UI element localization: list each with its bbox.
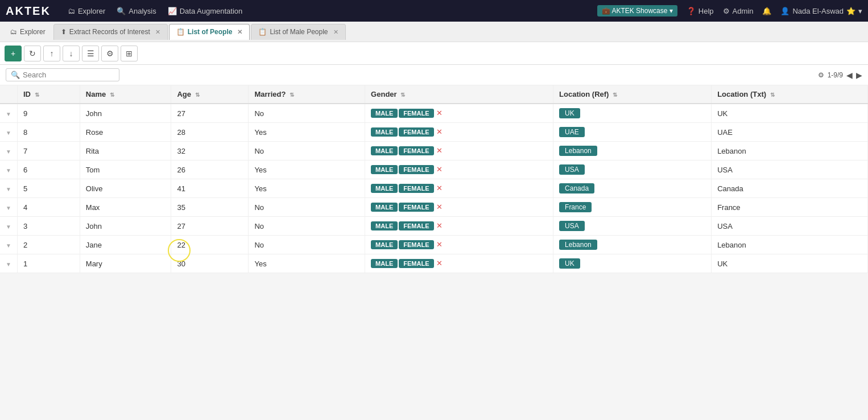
tab-list-of-people[interactable]: 📋 List of People ✕ xyxy=(169,24,250,40)
gender-badge-female[interactable]: FEMALE xyxy=(399,203,433,212)
cell-name: Max xyxy=(80,198,171,217)
upload-button[interactable]: ↑ xyxy=(43,46,60,61)
gender-badge-male[interactable]: MALE xyxy=(371,184,398,193)
cell-location-txt: UK xyxy=(712,104,868,123)
col-id-sort: ⇅ xyxy=(35,92,39,98)
col-age[interactable]: Age ⇅ xyxy=(171,85,249,104)
tab-male-icon: 📋 xyxy=(258,28,267,36)
admin-button[interactable]: ⚙ Admin xyxy=(723,7,754,15)
gender-badge-male[interactable]: MALE xyxy=(371,127,398,137)
prev-page-button[interactable]: ◀ xyxy=(846,71,853,80)
nav-analysis[interactable]: 🔍 Analysis xyxy=(117,7,156,15)
gender-remove[interactable]: ✕ xyxy=(436,203,443,211)
gender-badge-male[interactable]: MALE xyxy=(371,165,398,174)
cell-age: 30 xyxy=(171,254,249,273)
gender-remove[interactable]: ✕ xyxy=(436,184,443,192)
gender-badge-male[interactable]: MALE xyxy=(371,221,398,230)
cell-married: No xyxy=(249,236,365,254)
col-name[interactable]: Name ⇅ xyxy=(80,85,171,104)
tab-extract-close[interactable]: ✕ xyxy=(155,28,160,36)
cell-gender: MALEFEMALE✕ xyxy=(365,179,553,198)
col-location-txt[interactable]: Location (Txt) ⇅ xyxy=(712,85,868,104)
gender-remove[interactable]: ✕ xyxy=(436,221,443,230)
location-ref-badge[interactable]: UK xyxy=(559,108,580,118)
col-id[interactable]: ID ⇅ xyxy=(17,85,80,104)
gender-remove[interactable]: ✕ xyxy=(436,127,443,136)
row-expand[interactable]: ▼ xyxy=(0,236,17,254)
location-ref-badge[interactable]: UK xyxy=(559,258,580,269)
row-expand[interactable]: ▼ xyxy=(0,160,17,179)
row-expand[interactable]: ▼ xyxy=(0,217,17,236)
grid-button[interactable]: ⊞ xyxy=(121,46,138,61)
help-button[interactable]: ❓ Help xyxy=(687,7,714,15)
col-age-label: Age xyxy=(177,90,191,98)
gender-badge-male[interactable]: MALE xyxy=(371,240,398,249)
gender-remove[interactable]: ✕ xyxy=(436,240,443,249)
search-input[interactable] xyxy=(23,71,114,79)
refresh-button[interactable]: ↻ xyxy=(24,46,41,61)
gender-badge-male[interactable]: MALE xyxy=(371,259,398,268)
brand-label: AKTEK Showcase xyxy=(611,7,667,15)
location-ref-badge[interactable]: France xyxy=(559,202,592,212)
next-page-button[interactable]: ▶ xyxy=(856,71,862,80)
cell-name: Rose xyxy=(80,123,171,142)
gender-badge-male[interactable]: MALE xyxy=(371,146,398,155)
download-button[interactable]: ↓ xyxy=(63,46,80,61)
filter-button[interactable]: ⚙ xyxy=(101,46,118,61)
tab-male-people[interactable]: 📋 List of Male People ✕ xyxy=(251,24,345,40)
location-ref-badge[interactable]: UAE xyxy=(559,127,585,137)
col-married[interactable]: Married? ⇅ xyxy=(249,85,365,104)
location-ref-badge[interactable]: Lebanon xyxy=(559,146,597,156)
settings-icon[interactable]: ⚙ xyxy=(818,71,824,79)
table-row: ▼9John27NoMALEFEMALE✕UKUK xyxy=(0,104,868,123)
row-expand[interactable]: ▼ xyxy=(0,142,17,160)
cell-id: 9 xyxy=(17,104,80,123)
gender-remove[interactable]: ✕ xyxy=(436,146,443,155)
gender-remove[interactable]: ✕ xyxy=(436,165,443,174)
location-ref-badge[interactable]: Canada xyxy=(559,183,594,193)
tab-list-close[interactable]: ✕ xyxy=(237,28,242,36)
col-location-ref[interactable]: Location (Ref) ⇅ xyxy=(553,85,712,104)
row-expand[interactable]: ▼ xyxy=(0,179,17,198)
pagination-text: 1-9/9 xyxy=(828,71,843,79)
search-wrap[interactable]: 🔍 xyxy=(6,68,119,81)
row-expand[interactable]: ▼ xyxy=(0,104,17,123)
gender-badge-male[interactable]: MALE xyxy=(371,109,398,118)
gender-badge-female[interactable]: FEMALE xyxy=(399,146,433,155)
gender-remove[interactable]: ✕ xyxy=(436,109,443,117)
row-expand[interactable]: ▼ xyxy=(0,123,17,142)
col-gender[interactable]: Gender ⇅ xyxy=(365,85,553,104)
brand-badge[interactable]: 💼 AKTEK Showcase ▾ xyxy=(597,5,677,17)
gender-badge-female[interactable]: FEMALE xyxy=(399,165,433,174)
nav-data-augmentation[interactable]: 📈 Data Augmentation xyxy=(168,7,243,15)
add-button[interactable]: + xyxy=(5,46,22,61)
row-expand[interactable]: ▼ xyxy=(0,198,17,217)
cell-gender: MALEFEMALE✕ xyxy=(365,236,553,254)
gender-badge-male[interactable]: MALE xyxy=(371,203,398,212)
tab-list-icon: 📋 xyxy=(176,28,185,36)
gender-badge-female[interactable]: FEMALE xyxy=(399,240,433,249)
gender-remove[interactable]: ✕ xyxy=(436,259,443,267)
pagination-info: ⚙ 1-9/9 ◀ ▶ xyxy=(818,71,862,80)
gender-badge-female[interactable]: FEMALE xyxy=(399,184,433,193)
gender-badge-female[interactable]: FEMALE xyxy=(399,127,433,137)
location-ref-badge[interactable]: USA xyxy=(559,221,585,231)
location-ref-badge[interactable]: Lebanon xyxy=(559,240,597,250)
tab-extract-records[interactable]: ⬆ Extract Records of Interest ✕ xyxy=(53,24,168,40)
col-married-label: Married? xyxy=(254,90,286,98)
list-button[interactable]: ☰ xyxy=(82,46,99,61)
gender-badge-female[interactable]: FEMALE xyxy=(399,221,433,230)
location-ref-badge[interactable]: USA xyxy=(559,164,585,175)
gender-badge-female[interactable]: FEMALE xyxy=(399,109,433,118)
tab-list-label: List of People xyxy=(188,28,233,36)
cell-age: 27 xyxy=(171,217,249,236)
nav-explorer[interactable]: 🗂 Explorer xyxy=(68,7,105,15)
row-expand[interactable]: ▼ xyxy=(0,254,17,273)
cell-location-txt: USA xyxy=(712,160,868,179)
tab-male-close[interactable]: ✕ xyxy=(333,28,338,36)
tab-explorer[interactable]: 🗂 Explorer xyxy=(3,24,52,40)
notifications-button[interactable]: 🔔 xyxy=(762,7,771,15)
cell-name: John xyxy=(80,104,171,123)
user-profile[interactable]: 👤 Nada El-Aswad ⭐ ▾ xyxy=(780,7,862,15)
gender-badge-female[interactable]: FEMALE xyxy=(399,259,433,268)
